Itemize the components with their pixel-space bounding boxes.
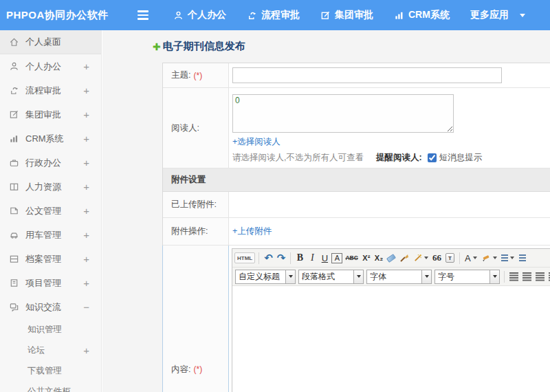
redo-icon[interactable]: ↷ — [276, 251, 287, 265]
book-icon — [9, 182, 19, 192]
sidebar-item-document-management[interactable]: 公文管理 + — [0, 199, 101, 223]
nav-personal-office[interactable]: 个人办公 — [173, 9, 226, 21]
expand-toggle[interactable]: + — [83, 157, 89, 168]
sidebar-item-personal-desktop[interactable]: 个人桌面 — [0, 30, 101, 54]
paste-as-text-icon[interactable]: T — [444, 251, 456, 265]
person-icon — [173, 10, 184, 21]
nav-more-apps[interactable]: 更多应用 — [470, 9, 509, 21]
sidebar-item-label: 项目管理 — [25, 277, 61, 290]
sidebar-item-human-resources[interactable]: 人力资源 + — [0, 175, 101, 199]
nav-label: CRM系统 — [408, 9, 450, 21]
font-style-button[interactable]: A — [331, 253, 342, 263]
sidebar-subitem-download-management[interactable]: 下载管理 — [0, 360, 101, 381]
blockquote-button[interactable]: 66 — [431, 251, 443, 265]
sidebar-subitem-label: 下载管理 — [28, 365, 62, 377]
collapse-toggle[interactable]: − — [83, 301, 89, 313]
editor-toolbar-row1: HTML ↶ ↷ B I U A ABC X² X₂ — [232, 249, 550, 268]
bar-chart-icon — [394, 10, 404, 21]
subject-input[interactable] — [232, 67, 502, 83]
sidebar-item-knowledge-exchange[interactable]: 知识交流 − — [0, 295, 101, 319]
font-size-select[interactable]: 字号 — [434, 270, 500, 284]
subscript-button[interactable]: X₂ — [373, 251, 384, 265]
highlight-color-icon[interactable] — [480, 251, 498, 265]
sidebar-item-project-management[interactable]: 项目管理 + — [0, 271, 101, 295]
sidebar-item-label: 知识交流 — [25, 301, 61, 314]
document-icon — [9, 206, 19, 216]
main-content: ✚ 电子期刊信息发布 主题: (*) 阅读人: 0 — [102, 30, 550, 392]
briefcase-icon — [9, 157, 19, 168]
readers-label: 阅读人: — [163, 88, 229, 168]
sidebar-item-admin-office[interactable]: 行政办公 + — [0, 151, 101, 175]
page-title-text: 电子期刊信息发布 — [163, 40, 245, 53]
expand-toggle[interactable]: + — [83, 85, 89, 96]
nav-workflow-approval[interactable]: 流程审批 — [247, 9, 300, 21]
expand-toggle[interactable]: + — [83, 109, 89, 120]
sidebar-item-label: 个人桌面 — [25, 36, 61, 48]
underline-button[interactable]: U — [319, 251, 330, 265]
expand-toggle[interactable]: + — [83, 205, 89, 217]
format-painter-icon[interactable] — [398, 251, 410, 265]
uploaded-attachments-label: 已上传附件: — [163, 192, 229, 217]
heading-select[interactable]: 自定义标题 — [235, 270, 296, 284]
strikethrough-button[interactable]: ABC — [344, 251, 359, 265]
expand-toggle[interactable]: + — [83, 61, 89, 72]
expand-toggle[interactable]: + — [83, 253, 89, 265]
undo-icon[interactable]: ↶ — [263, 251, 274, 265]
remove-format-icon[interactable] — [386, 251, 397, 265]
top-header: PHPOA协同办公软件 个人办公 流程审批 集团审批 CRM系统 更多应用 — [0, 0, 550, 30]
font-family-select[interactable]: 字体 — [366, 270, 432, 284]
readers-textarea[interactable]: 0 — [232, 94, 454, 133]
sidebar-item-personal-office[interactable]: 个人办公 + — [0, 54, 101, 78]
content-label: 内容: (*) — [163, 246, 229, 392]
align-center-icon[interactable] — [521, 270, 533, 283]
sidebar-item-workflow-approval[interactable]: 流程审批 + — [0, 78, 101, 102]
sidebar-subitem-public-file-cabinet[interactable]: 公共文件柜 — [0, 381, 101, 392]
sms-notify-checkbox[interactable] — [428, 153, 437, 162]
hamburger-menu-icon[interactable] — [138, 10, 148, 20]
editor-toolbar-row2: 自定义标题 段落格式 字体 — [232, 268, 550, 286]
nav-group-approval[interactable]: 集团审批 — [320, 9, 373, 21]
top-nav: 个人办公 流程审批 集团审批 CRM系统 更多应用 — [173, 9, 525, 21]
upload-attachment-link[interactable]: +上传附件 — [232, 226, 272, 237]
nav-crm-system[interactable]: CRM系统 — [394, 9, 450, 21]
expand-toggle[interactable]: + — [83, 229, 89, 241]
editor-content-area[interactable] — [232, 286, 550, 392]
unordered-list-icon[interactable] — [517, 251, 528, 265]
paragraph-format-select[interactable]: 段落格式 — [298, 270, 364, 284]
font-color-button[interactable]: A — [463, 251, 478, 265]
rich-text-editor: HTML ↶ ↷ B I U A ABC X² X₂ — [232, 248, 550, 392]
expand-toggle[interactable]: + — [83, 181, 89, 193]
home-icon — [9, 37, 19, 47]
content-row: 内容: (*) HTML ↶ ↷ B I U — [162, 246, 550, 392]
sidebar-subitem-knowledge-management[interactable]: 知识管理 — [0, 319, 101, 340]
ordered-list-icon[interactable] — [500, 251, 516, 265]
quick-format-icon[interactable] — [412, 251, 430, 265]
align-left-icon[interactable] — [508, 270, 520, 283]
expand-toggle[interactable]: + — [83, 133, 89, 144]
align-justify-icon[interactable] — [547, 270, 550, 283]
superscript-button[interactable]: X² — [361, 251, 372, 265]
italic-button[interactable]: I — [307, 251, 318, 265]
expand-toggle[interactable]: + — [83, 345, 89, 356]
chevron-down-icon — [490, 270, 499, 283]
align-right-icon[interactable] — [534, 270, 546, 283]
bold-button[interactable]: B — [294, 251, 305, 265]
sidebar-item-archive-management[interactable]: 档案管理 + — [0, 247, 101, 271]
select-readers-link[interactable]: +选择阅读人 — [232, 136, 280, 148]
sidebar-item-crm-system[interactable]: CRM系统 + — [0, 127, 101, 151]
sidebar-subitem-label: 知识管理 — [28, 324, 62, 336]
chevron-down-icon — [473, 257, 477, 259]
sidebar-item-vehicle-management[interactable]: 用车管理 + — [0, 223, 101, 247]
sidebar-item-label: 流程审批 — [25, 85, 61, 97]
expand-toggle[interactable]: + — [83, 277, 89, 289]
chevron-down-icon[interactable] — [520, 14, 525, 17]
nav-label: 更多应用 — [470, 9, 509, 21]
nav-label: 集团审批 — [335, 9, 373, 21]
source-code-button[interactable]: HTML — [234, 252, 255, 263]
attachment-operation-row: 附件操作: +上传附件 — [163, 218, 550, 246]
sidebar-subitem-forum[interactable]: 论坛 + — [0, 340, 101, 360]
flow-icon — [9, 85, 19, 96]
sidebar-item-label: 用车管理 — [25, 229, 61, 241]
sidebar-item-group-approval[interactable]: 集团审批 + — [0, 102, 101, 127]
chevron-down-icon — [510, 257, 514, 259]
